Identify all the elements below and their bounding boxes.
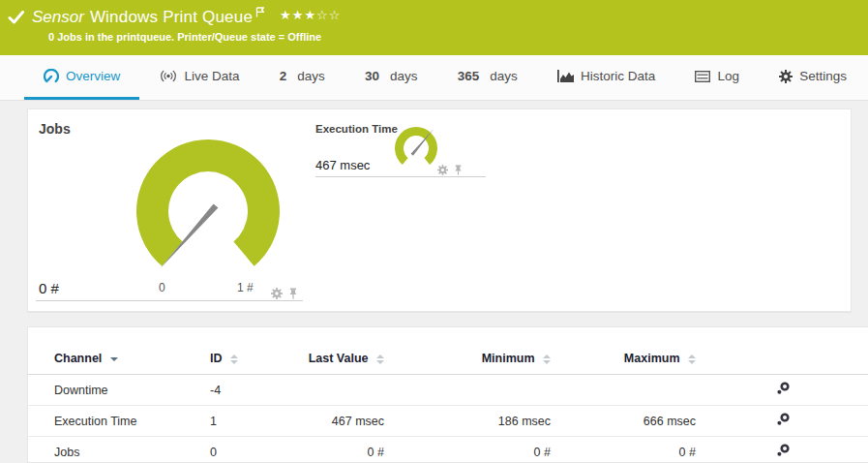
jobs-current-value: 0 # (39, 280, 59, 296)
channels-table-card: Channel ID Last Value Minimum Maximum (27, 326, 868, 463)
sort-icons (230, 355, 238, 364)
tab-label-number: 365 (458, 69, 480, 83)
sensor-status-message: 0 Jobs in the printqueue. Printer/Queue … (48, 31, 868, 43)
gauge-settings-gear-icon[interactable] (437, 165, 448, 175)
column-label: ID (210, 352, 223, 365)
table-row-downtime: Downtime -4 (28, 375, 868, 406)
execution-time-current-value: 467 msec (315, 158, 370, 172)
table-row-execution-time: Execution Time 1 467 msec 186 msec 666 m… (28, 406, 868, 437)
tab-live-data[interactable]: Live Data (140, 55, 258, 100)
tab-30-days[interactable]: 30days (345, 55, 437, 100)
tab-log[interactable]: Log (675, 55, 759, 100)
tab-label: Live Data (184, 69, 239, 83)
execution-time-panel-icons (437, 165, 464, 175)
gauges-card: Jobs 0 # 0 1 # (27, 108, 852, 312)
tab-label: days (297, 69, 325, 83)
priority-flag-icon[interactable] (255, 7, 266, 17)
channel-settings-icon[interactable] (776, 382, 790, 395)
channel-name: Downtime (28, 375, 210, 406)
channel-maximum (558, 375, 703, 406)
execution-time-gauge-panel: Execution Time 467 msec (315, 109, 490, 197)
broadcast-icon (160, 70, 177, 82)
column-label: Channel (54, 352, 102, 365)
jobs-underline (36, 300, 303, 301)
channel-id: 1 (210, 406, 295, 437)
tab-2-days[interactable]: 2days (260, 55, 344, 100)
channel-name: Execution Time (28, 406, 210, 437)
channel-last-value: 0 # (295, 437, 392, 463)
area-chart-icon (557, 70, 574, 82)
tab-label: days (490, 69, 518, 83)
gauge-icon (44, 69, 59, 84)
tab-label: Overview (66, 69, 120, 83)
channel-id: 0 (210, 437, 295, 463)
jobs-panel-icons (271, 288, 299, 299)
priority-stars[interactable]: ★★★☆☆ (280, 8, 341, 22)
tab-label: days (390, 69, 418, 83)
channel-id: -4 (210, 375, 295, 406)
jobs-gauge-panel: Jobs 0 # 0 1 # (28, 109, 311, 311)
tab-label: Log (717, 69, 739, 83)
status-up-check-icon (8, 10, 25, 25)
sort-icons (376, 355, 384, 364)
tab-label-number: 2 (280, 69, 287, 83)
channel-name: Jobs (28, 437, 210, 463)
channel-last-value (295, 375, 392, 406)
column-header-channel[interactable]: Channel (28, 345, 210, 375)
log-list-icon (695, 71, 710, 82)
tab-label: Historic Data (581, 69, 655, 83)
jobs-scale-min-label: 0 (159, 281, 165, 294)
column-header-last-value[interactable]: Last Value (295, 345, 392, 375)
sort-desc-icon (110, 357, 118, 361)
gauge-settings-gear-icon[interactable] (271, 288, 283, 299)
sensor-title-row: Sensor Windows Print Queue ★★★☆☆ (0, 0, 868, 27)
table-header-row: Channel ID Last Value Minimum Maximum (28, 345, 868, 375)
column-label: Last Value (309, 352, 369, 365)
column-label: Maximum (624, 352, 680, 365)
tab-label-number: 30 (365, 69, 379, 83)
tab-historic-data[interactable]: Historic Data (538, 55, 674, 100)
channel-minimum: 186 msec (392, 406, 558, 437)
channel-settings-icon[interactable] (776, 444, 790, 457)
channel-minimum: 0 # (392, 437, 558, 463)
sensor-name: Windows Print Queue (90, 8, 253, 27)
tab-overview[interactable]: Overview (24, 55, 139, 100)
column-header-minimum[interactable]: Minimum (392, 345, 558, 375)
sort-icons (688, 355, 696, 364)
tab-365-days[interactable]: 365days (438, 55, 537, 100)
column-label: Minimum (482, 352, 535, 365)
column-header-maximum[interactable]: Maximum (558, 345, 703, 375)
gear-icon (779, 70, 793, 83)
pin-icon[interactable] (287, 288, 299, 299)
channel-minimum (392, 375, 558, 406)
table-row-jobs: Jobs 0 0 # 0 # 0 # (28, 437, 868, 463)
tab-settings[interactable]: Settings (760, 55, 866, 100)
sensor-tab-bar: Overview Live Data 2days 30days 365days … (0, 55, 868, 101)
pin-icon[interactable] (453, 165, 464, 175)
channel-settings-icon[interactable] (776, 413, 790, 426)
tab-label: Settings (799, 69, 847, 83)
column-header-id[interactable]: ID (210, 345, 295, 375)
channel-last-value: 467 msec (295, 406, 392, 437)
channels-table: Channel ID Last Value Minimum Maximum (28, 345, 868, 463)
sensor-type-label: Sensor (32, 8, 84, 27)
channel-maximum: 666 msec (558, 406, 703, 437)
sort-icons (543, 355, 551, 364)
sensor-status-header: Sensor Windows Print Queue ★★★☆☆ 0 Jobs … (0, 0, 868, 55)
execution-time-underline (315, 176, 486, 177)
jobs-gauge (28, 109, 311, 303)
execution-time-gauge (385, 117, 449, 171)
column-header-actions (703, 345, 868, 375)
jobs-scale-max-label: 1 # (237, 281, 254, 294)
channel-maximum: 0 # (558, 437, 703, 463)
